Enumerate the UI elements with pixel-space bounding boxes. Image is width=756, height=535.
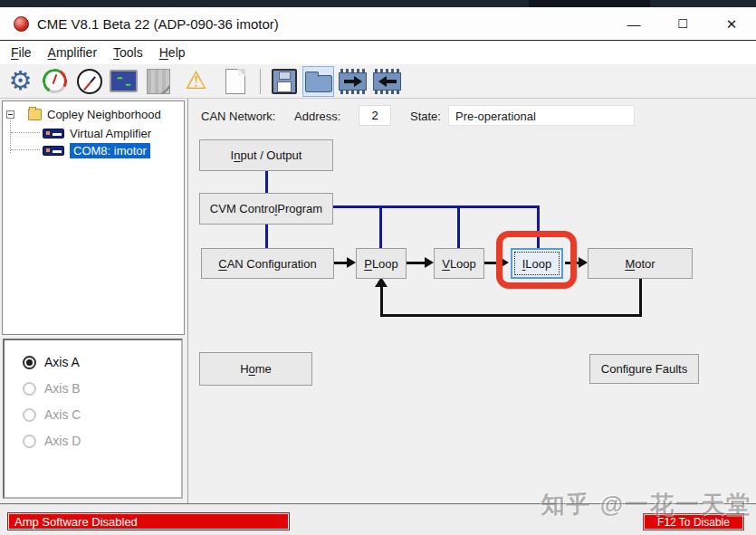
label-fragment: otor [635, 257, 655, 271]
chip-write-icon[interactable] [337, 66, 368, 97]
gauge-icon[interactable] [39, 66, 71, 97]
label-fragment: Loop [450, 257, 476, 271]
feedback-line-horizontal [380, 314, 642, 317]
connector-drop-ploop [379, 205, 382, 248]
label-fragment: AN Configuration [227, 257, 317, 271]
axis-label: Axis B [44, 381, 81, 396]
label-fragment: P [364, 257, 372, 271]
label-fragment: put / Output [240, 148, 301, 162]
axis-b-radio: Axis B [23, 381, 81, 396]
can-network-label: CAN Network: [201, 110, 275, 123]
save-icon[interactable] [268, 66, 300, 97]
radio-selected-icon[interactable] [23, 356, 36, 369]
label-fragment: H [240, 362, 248, 376]
axis-selector-panel: Axis A Axis B Axis C Axis D [3, 339, 183, 499]
floppy-glyph-icon [272, 69, 297, 94]
i-loop-highlight [496, 231, 577, 289]
feedback-line-vertical [639, 279, 642, 317]
label-fragment: ools [120, 45, 143, 60]
label-fragment: ure Faults [635, 362, 687, 376]
menu-tools[interactable]: Tools [110, 43, 146, 62]
label-fragment: mplifier [56, 45, 97, 60]
input-output-button[interactable]: Input / Output [199, 139, 333, 171]
clock-glyph-icon [77, 69, 102, 94]
radio-disabled-icon [23, 435, 36, 448]
menu-help[interactable]: Help [157, 43, 188, 62]
tree-item-virtual-amplifier[interactable]: Virtual Amplifier [43, 126, 151, 141]
tree-item-label-selected: COM8: imotor [70, 143, 150, 158]
connector-cvm-can [265, 225, 268, 248]
connector-io-cvm [265, 171, 268, 193]
chip-read-icon[interactable] [371, 66, 403, 97]
menu-file[interactable]: File [8, 43, 34, 62]
app-logo-icon [14, 16, 29, 32]
connector-drop-vloop [457, 205, 460, 248]
curves-glyph-icon [147, 69, 170, 94]
label-fragment: Program [277, 202, 322, 215]
label-fragment: CVM Contro [210, 202, 275, 215]
tree-root-label: Copley Neighborhood [47, 108, 161, 121]
cvm-control-program-button[interactable]: CVM Control Program [199, 193, 333, 225]
f12-to-disable-status: F12 To Disable [643, 513, 744, 530]
menu-amplifier[interactable]: Amplifier [45, 43, 100, 62]
minimize-button[interactable]: — [609, 7, 658, 41]
label-fragment: V [442, 257, 450, 271]
gauge-glyph-icon [40, 66, 70, 96]
tree-connector [11, 132, 40, 133]
axis-label: Axis C [44, 407, 81, 422]
tree-root-row[interactable]: Copley Neighborhood [6, 107, 161, 122]
label-fragment: Confi [601, 362, 628, 376]
window-controls: — ☐ ✕ [609, 7, 756, 41]
chip-glyph-icon [373, 72, 401, 91]
settings-gear-icon[interactable]: ⚙ [5, 66, 36, 97]
scope-glyph-icon [110, 70, 138, 92]
axis-d-radio: Axis D [23, 434, 81, 448]
status-bar: Amp Software Disabled F12 To Disable [0, 503, 756, 535]
connector-cvm-horizontal [333, 205, 540, 208]
folder-glyph-icon [305, 75, 332, 92]
content-area: Copley Neighborhood Virtual Amplifier CO… [0, 99, 756, 503]
label-fragment: g [628, 362, 635, 376]
wave-icon [116, 77, 124, 85]
collapse-icon[interactable] [6, 110, 14, 119]
axis-label: Axis A [44, 355, 80, 369]
cme-window: CME V8.1 Beta 22 (ADP-090-36 imotor) — ☐… [0, 0, 756, 535]
label-fragment: me [255, 362, 272, 376]
maximize-button[interactable]: ☐ [658, 7, 707, 41]
v-loop-button[interactable]: V Loop [434, 248, 484, 279]
home-button[interactable]: Home [199, 352, 312, 386]
label-fragment: elp [168, 45, 186, 60]
tree-item-com8-imotor[interactable]: COM8: imotor [43, 143, 150, 158]
toolbar-separator [260, 69, 261, 94]
motor-button[interactable]: Motor [588, 248, 693, 279]
amplifier-icon [43, 146, 64, 156]
document-icon[interactable] [219, 66, 251, 97]
close-button[interactable]: ✕ [707, 7, 756, 41]
amp-software-disabled-status: Amp Software Disabled [7, 512, 290, 530]
arrow-can-ploop-icon [334, 257, 356, 268]
tree-item-label: Virtual Amplifier [70, 127, 151, 140]
wave-icon [124, 78, 132, 86]
gear-icon: ⚙ [9, 68, 33, 94]
folder-icon [28, 109, 42, 120]
p-loop-button[interactable]: P Loop [356, 248, 407, 279]
oscilloscope-icon[interactable] [108, 66, 139, 97]
axis-label: Axis D [44, 434, 81, 448]
warning-icon[interactable]: ⚠ [180, 66, 212, 97]
configure-faults-button[interactable]: Configure Faults [589, 354, 699, 384]
label-fragment: n [234, 148, 240, 162]
axis-a-radio[interactable]: Axis A [23, 355, 80, 369]
open-folder-icon[interactable] [302, 66, 334, 97]
right-arrow-icon [344, 76, 362, 87]
can-configuration-button[interactable]: CAN Configuration [201, 248, 334, 279]
address-label: Address: [294, 110, 340, 123]
arrow-ploop-vloop-icon [407, 257, 434, 268]
stopwatch-icon[interactable] [73, 66, 105, 97]
amplifier-icon [43, 129, 64, 139]
label-fragment: T [113, 45, 120, 60]
radio-disabled-icon [23, 382, 36, 396]
label-fragment: M [625, 257, 635, 271]
axis-c-radio: Axis C [23, 407, 81, 422]
address-input[interactable] [359, 105, 391, 126]
desktop-strip [0, 0, 756, 7]
